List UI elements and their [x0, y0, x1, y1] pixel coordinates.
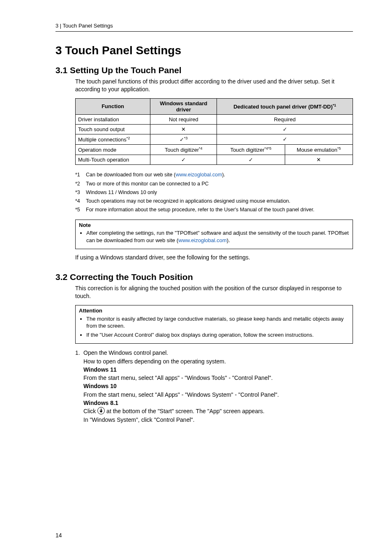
cell: ✓*3: [150, 134, 217, 144]
section-3-2-body: This correction is for aligning the touc…: [75, 284, 353, 424]
footnote-mark: *3: [75, 188, 86, 197]
cell: Multi-Touch operation: [76, 155, 150, 165]
cell-sup: *4: [199, 146, 203, 150]
windows-10-heading: Windows 10: [83, 383, 117, 389]
cell: Touch digitizer*4: [150, 145, 217, 155]
step-line: Open the Windows control panel.: [83, 349, 168, 356]
footnote-text: Windows 11 / Windows 10 only: [86, 188, 157, 197]
footnote-5: *5 For more information about the setup …: [75, 206, 353, 214]
note-item: After completing the settings, run the "…: [86, 229, 349, 244]
note-link[interactable]: www.eizoglobal.com: [178, 237, 227, 243]
cell-sup: *3: [184, 136, 188, 140]
footnote-post: ).: [222, 172, 225, 178]
section-3-1-title: 3.1 Setting Up the Touch Panel: [55, 65, 353, 75]
windows-81-text-1a: Click: [83, 408, 97, 414]
note-post: ).: [227, 237, 230, 243]
cell-text: Mouse emulation: [297, 147, 337, 153]
footnote-4: *4 Touch operations may not be recognize…: [75, 197, 353, 206]
step-body: How to open differs depending on the ope…: [83, 357, 353, 424]
note-list: After completing the settings, run the "…: [79, 229, 349, 244]
cell-text: Multiple connections: [78, 136, 127, 143]
running-head: 3 | Touch Panel Settings: [55, 23, 353, 29]
footnote-mark: *4: [75, 197, 86, 206]
running-rule: [55, 31, 353, 32]
steps: 1.Open the Windows control panel. How to…: [75, 349, 353, 424]
windows-11-text: From the start menu, select "All apps" -…: [83, 374, 353, 382]
cell: ✓: [217, 124, 353, 134]
footnote-1: *1 Can be downloaded from our web site (…: [75, 171, 353, 179]
cell: Required: [217, 114, 353, 124]
table-row: Multi-Touch operation ✓ ✓ ✕: [76, 155, 353, 165]
cell-text: Touch digitizer: [165, 147, 199, 153]
th-dedicated-driver-text: Dedicated touch panel driver (DMT-DD): [233, 104, 332, 110]
cell: Touch sound output: [76, 124, 150, 134]
page-number: 14: [55, 532, 62, 539]
th-dedicated-driver: Dedicated touch panel driver (DMT-DD)*1: [217, 98, 353, 114]
section-3-2-title: 3.2 Correcting the Touch Position: [55, 272, 353, 282]
cell: Operation mode: [76, 145, 150, 155]
table-row: Multiple connections*2 ✓*3 ✓: [76, 134, 353, 144]
attention-box: Attention The monitor is easily affected…: [75, 305, 353, 344]
cell: ✓: [217, 134, 353, 144]
windows-11-heading: Windows 11: [83, 366, 117, 373]
section-3-1-body: The touch panel functions of this produc…: [75, 78, 353, 261]
cell: Driver installation: [76, 114, 150, 124]
windows-81-text-1: Click at the bottom of the "Start" scree…: [83, 407, 353, 415]
footnotes: *1 Can be downloaded from our web site (…: [75, 171, 353, 214]
table-row: Operation mode Touch digitizer*4 Touch d…: [76, 145, 353, 155]
down-arrow-circle-icon: [97, 407, 105, 414]
note-heading: Note: [79, 222, 349, 229]
note-box: Note After completing the settings, run …: [75, 220, 353, 250]
cell: Touch digitizer*4*5: [217, 145, 285, 155]
windows-81-text-1b: at the bottom of the "Start" screen. The…: [105, 408, 265, 414]
windows-81-text-2: In "Windows System", click "Control Pane…: [83, 416, 353, 424]
footnote-pre: Can be downloaded from our web site (: [86, 172, 175, 178]
footnote-mark: *1: [75, 171, 86, 179]
footnote-2: *2 Two or more of this monitor can be co…: [75, 180, 353, 188]
footnote-text: Can be downloaded from our web site (www…: [86, 171, 225, 179]
cell: Mouse emulation*5: [285, 145, 353, 155]
footnote-text: Two or more of this monitor can be conne…: [86, 180, 209, 188]
cell-text: ✓: [180, 136, 184, 143]
table-row: Driver installation Not required Require…: [76, 114, 353, 124]
touch-panel-table: Function Windows standard driver Dedicat…: [75, 98, 353, 165]
section-3-1-intro: The touch panel functions of this produc…: [75, 78, 353, 93]
footnote-text: For more information about the setup pro…: [86, 206, 314, 214]
attention-item: If the "User Account Control" dialog box…: [86, 331, 349, 339]
th-function: Function: [76, 98, 150, 114]
footnote-text: Touch operations may not be recognized i…: [86, 197, 291, 206]
footnote-3: *3 Windows 11 / Windows 10 only: [75, 188, 353, 197]
cell: ✕: [285, 155, 353, 165]
table-row: Touch sound output ✕ ✓: [76, 124, 353, 134]
cell: ✕: [150, 124, 217, 134]
step-1: 1.Open the Windows control panel. How to…: [75, 349, 353, 424]
attention-heading: Attention: [79, 307, 349, 314]
cell-text: Touch digitizer: [230, 147, 264, 153]
footnote-link[interactable]: www.eizoglobal.com: [175, 172, 222, 178]
cell: ✓: [150, 155, 217, 165]
th-dedicated-driver-sup: *1: [332, 103, 336, 107]
cell-sup: *2: [127, 136, 130, 140]
cell-sup: *5: [337, 146, 341, 150]
cell: ✓: [217, 155, 285, 165]
section-3-2-intro: This correction is for aligning the touc…: [75, 284, 353, 300]
cell: Multiple connections*2: [76, 134, 150, 144]
page: 3 | Touch Panel Settings 3 Touch Panel S…: [0, 0, 392, 555]
cell-sup: *4*5: [264, 146, 271, 150]
attention-item: The monitor is easily affected by large …: [86, 315, 349, 330]
footnote-mark: *2: [75, 180, 86, 188]
th-windows-standard: Windows standard driver: [150, 98, 217, 114]
section-3-title: 3 Touch Panel Settings: [55, 44, 353, 57]
windows-10-text: From the start menu, select "All Apps" -…: [83, 391, 353, 399]
section-3-1-after: If using a Windows standard driver, see …: [75, 254, 353, 261]
cell: Not required: [150, 114, 217, 124]
table-header-row: Function Windows standard driver Dedicat…: [76, 98, 353, 114]
step-line: How to open differs depending on the ope…: [83, 357, 353, 365]
attention-list: The monitor is easily affected by large …: [79, 315, 349, 339]
step-number: 1.: [75, 349, 83, 357]
windows-81-heading: Windows 8.1: [83, 400, 118, 406]
footnote-mark: *5: [75, 206, 86, 214]
